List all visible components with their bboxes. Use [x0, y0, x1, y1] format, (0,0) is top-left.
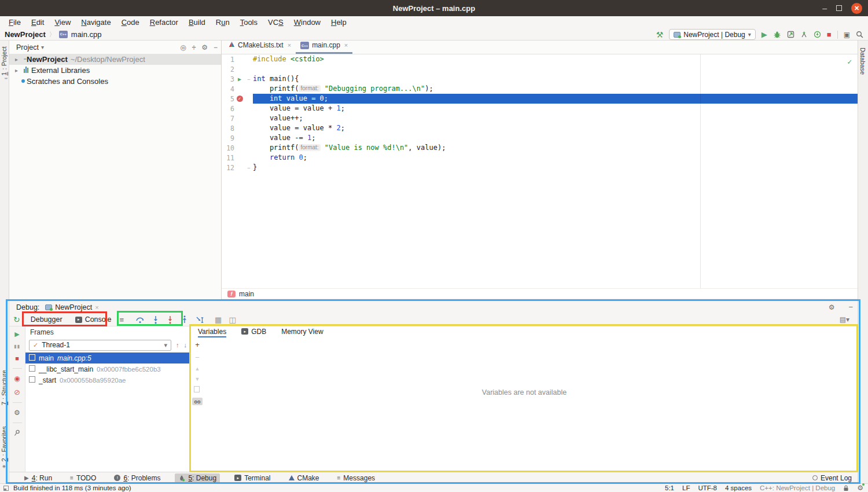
maximize-window-icon[interactable]: [836, 5, 842, 11]
line-separator[interactable]: LF: [682, 484, 690, 491]
breadcrumb-project[interactable]: NewProject: [5, 30, 46, 39]
tool-tab-6-problems[interactable]: !6: Problems: [111, 473, 164, 483]
run-to-cursor-icon[interactable]: [196, 315, 204, 324]
locate-file-icon[interactable]: ◎: [180, 43, 186, 52]
fold-marker[interactable]: −: [245, 76, 253, 82]
chevron-down-icon[interactable]: ▾: [41, 44, 44, 50]
run-configuration-select[interactable]: NewProject | Debug ▾: [669, 29, 756, 40]
attach-process-icon[interactable]: [814, 31, 821, 38]
thread-select[interactable]: ✓ Thread-1 ▾: [29, 340, 171, 351]
tool-window-switcher-icon[interactable]: ▣: [844, 31, 850, 38]
close-icon[interactable]: ×: [344, 42, 348, 49]
stack-frame-_start[interactable]: _start0x000055b8a95920ae: [25, 374, 190, 385]
menu-build[interactable]: Build: [183, 18, 211, 27]
close-window-icon[interactable]: ✕: [851, 3, 862, 14]
breadcrumb-function-name[interactable]: main: [239, 290, 254, 298]
tree-item-newproject[interactable]: ▸NewProject~/Desktop/NewProject: [9, 54, 221, 65]
tool-window-button-database[interactable]: Database: [859, 45, 866, 75]
debug-session-tab[interactable]: NewProject ×: [45, 303, 98, 311]
stack-frame-main[interactable]: mainmain.cpp:5: [25, 353, 190, 364]
inspections-ok-icon[interactable]: ✓: [847, 57, 852, 66]
run-line-icon[interactable]: ▶: [234, 76, 245, 82]
project-panel-title[interactable]: Project: [16, 43, 39, 52]
step-out-icon[interactable]: [181, 315, 188, 324]
code-line-12[interactable]: 12−}: [222, 163, 858, 172]
menu-edit[interactable]: Edit: [26, 18, 49, 27]
tool-tab-terminal[interactable]: ▸Terminal: [231, 473, 274, 483]
menu-help[interactable]: Help: [326, 18, 352, 27]
gear-icon[interactable]: ⚙: [829, 303, 835, 311]
stop-process-icon[interactable]: ■: [15, 355, 19, 362]
run-button[interactable]: ▶: [762, 31, 767, 38]
tool-window-quick-access-icon[interactable]: [3, 486, 9, 491]
next-frame-icon[interactable]: ↓: [184, 342, 187, 348]
menu-vcs[interactable]: VCS: [263, 18, 289, 27]
code-line-11[interactable]: 11 return 0;: [222, 153, 858, 163]
code-line-1[interactable]: 1#include <cstdio>: [222, 54, 858, 64]
profiler-icon[interactable]: [800, 31, 808, 38]
collapse-all-icon[interactable]: ÷: [192, 43, 196, 52]
notifications-gear-icon[interactable]: ⚙: [857, 484, 863, 492]
evaluate-expression-icon[interactable]: ▦: [215, 315, 222, 324]
tab-variables[interactable]: Variables: [198, 326, 226, 337]
chevron-right-icon[interactable]: ▸: [15, 56, 21, 63]
tab-gdb[interactable]: ▸GDB: [241, 326, 266, 337]
debug-bug-icon[interactable]: [773, 31, 781, 39]
menu-navigate[interactable]: Navigate: [76, 18, 116, 27]
show-watches-icon[interactable]: oo: [192, 398, 203, 405]
build-hammer-icon[interactable]: ⚒: [656, 30, 664, 39]
move-watch-up-icon[interactable]: ▲: [195, 366, 200, 372]
mute-breakpoints-icon[interactable]: ⊘: [14, 388, 20, 396]
previous-frame-icon[interactable]: ↑: [176, 342, 179, 348]
indent-style[interactable]: 4 spaces: [725, 484, 752, 491]
rerun-icon[interactable]: ↻: [13, 315, 20, 324]
minimize-window-icon[interactable]: –: [822, 5, 827, 11]
view-breakpoints-icon[interactable]: ◉: [14, 375, 20, 382]
editor-tab-cmakelists-txt[interactable]: CMakeLists.txt×: [224, 40, 296, 54]
code-line-10[interactable]: 10 printf(format: "Value is now %d!\n", …: [222, 143, 858, 153]
stack-frame-__libc_start_main[interactable]: __libc_start_main0x00007fbbe6c520b3: [25, 364, 190, 374]
pause-program-icon[interactable]: ▮▮: [14, 344, 20, 349]
tree-item-scratches-and-consoles[interactable]: Scratches and Consoles: [9, 76, 221, 87]
code-line-5[interactable]: 5✓ int value = 0;: [222, 94, 858, 104]
move-watch-down-icon[interactable]: ▼: [195, 377, 200, 382]
pin-icon[interactable]: [14, 429, 20, 436]
tree-item-external-libraries[interactable]: ▸External Libraries: [9, 65, 221, 76]
step-over-icon[interactable]: [135, 315, 145, 324]
file-encoding[interactable]: UTF-8: [698, 484, 717, 491]
tab-console[interactable]: ▸Console: [75, 315, 112, 324]
restore-layout-icon[interactable]: ▤▾: [840, 315, 849, 324]
chevron-right-icon[interactable]: ▸: [15, 67, 21, 74]
tool-tab-cmake[interactable]: CMake: [285, 473, 323, 483]
tab-memory-view[interactable]: Memory View: [281, 326, 323, 337]
menu-tools[interactable]: Tools: [235, 18, 263, 27]
layout-columns-icon[interactable]: ◫: [229, 315, 236, 324]
lock-icon[interactable]: [843, 485, 849, 491]
close-icon[interactable]: ×: [288, 42, 291, 49]
tool-window-button-1-project[interactable]: 1: Project: [1, 46, 8, 79]
tab-debugger[interactable]: Debugger: [31, 315, 62, 324]
stop-button[interactable]: ■: [827, 31, 832, 38]
menu-view[interactable]: View: [49, 18, 76, 27]
close-icon[interactable]: ×: [95, 304, 98, 311]
run-with-coverage-icon[interactable]: [787, 31, 795, 38]
tool-window-button-7-structure[interactable]: 7: Structure: [1, 370, 8, 405]
tool-tab-4-run[interactable]: ▶4: Run: [21, 473, 56, 483]
search-everywhere-icon[interactable]: [856, 31, 863, 38]
menu-run[interactable]: Run: [211, 18, 235, 27]
tool-window-button-2-favorites[interactable]: ★2: Favorites: [1, 426, 8, 469]
code-line-7[interactable]: 7 value++;: [222, 113, 858, 123]
breadcrumb-file[interactable]: main.cpp: [71, 30, 102, 39]
editor-tab-main-cpp[interactable]: C++main.cpp×: [296, 40, 352, 54]
layout-menu-icon[interactable]: ≡: [120, 315, 124, 324]
menu-file[interactable]: File: [3, 18, 26, 27]
tool-tab-5-debug[interactable]: 5: Debug: [175, 473, 220, 483]
add-watch-icon[interactable]: +: [195, 341, 200, 348]
tool-tab-messages[interactable]: ≡Messages: [334, 473, 379, 483]
menu-window[interactable]: Window: [289, 18, 326, 27]
code-line-6[interactable]: 6 value = value + 1;: [222, 104, 858, 113]
fold-marker[interactable]: −: [245, 165, 253, 171]
remove-watch-icon[interactable]: −: [195, 354, 200, 361]
code-line-8[interactable]: 8 value = value * 2;: [222, 123, 858, 133]
menu-refactor[interactable]: Refactor: [145, 18, 183, 27]
